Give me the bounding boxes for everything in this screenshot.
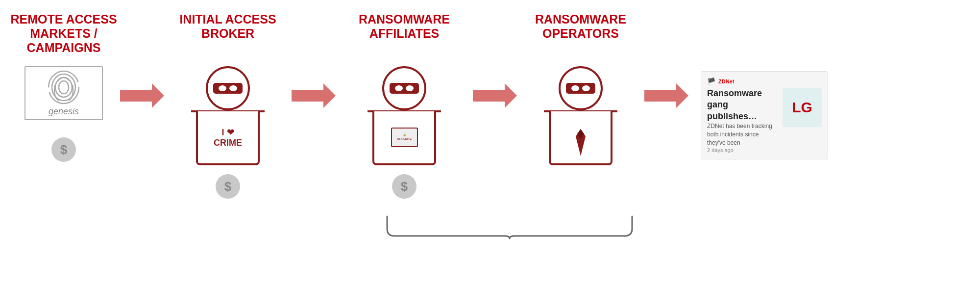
zdnet-flag-icon: 🏴 xyxy=(707,78,715,85)
shirt-affiliates: 🔒 AFFILIATE xyxy=(372,111,436,165)
lg-logo-text: LG xyxy=(792,99,812,116)
svg-marker-9 xyxy=(644,83,688,108)
svg-marker-6 xyxy=(473,83,517,108)
hacker-operators xyxy=(544,66,617,165)
dollar-iab: $ xyxy=(216,174,240,199)
shirt-iab: I ❤ CRIME xyxy=(196,111,260,165)
arrow-4 xyxy=(642,81,691,110)
eye-left-iab xyxy=(219,85,226,91)
svg-point-3 xyxy=(49,71,79,104)
arrow-1 xyxy=(118,81,167,110)
mask-affiliates xyxy=(390,83,419,94)
crime-line: CRIME xyxy=(214,138,242,148)
news-date: 2 days ago xyxy=(707,147,778,153)
eye-right-iab xyxy=(229,85,237,91)
news-header: 🏴 ZDNet xyxy=(707,78,822,85)
dollar-remote: $ xyxy=(51,137,76,162)
news-text-area: Ransomware gang publishes… ZDNet has bee… xyxy=(707,88,778,153)
eye-left-ops xyxy=(571,85,579,91)
news-title: Ransomware gang publishes… xyxy=(707,88,778,122)
genesis-label: genesis xyxy=(49,106,79,117)
news-body: ZDNet has been tracking both incidents s… xyxy=(707,122,778,147)
news-card: 🏴 ZDNet Ransomware gang publishes… ZDNet… xyxy=(701,71,828,159)
mask-iab xyxy=(213,83,243,94)
mask-operators xyxy=(566,83,595,94)
news-content-row: Ransomware gang publishes… ZDNet has bee… xyxy=(707,88,822,153)
genesis-logo-box: genesis xyxy=(24,66,103,120)
head-operators xyxy=(559,66,603,110)
i-love-line: I ❤ xyxy=(221,127,234,138)
section-iab: INITIAL ACCESSBROKER I ❤ CRIME $ xyxy=(167,10,289,199)
section-operators: RANSOMWAREOPERATORS xyxy=(519,10,642,199)
arrow-icon-2 xyxy=(292,81,336,110)
section-remote: REMOTE ACCESSMARKETS /CAMPAIGNS genesis … xyxy=(10,10,118,162)
remote-title: REMOTE ACCESSMARKETS /CAMPAIGNS xyxy=(10,10,117,61)
eye-right-aff xyxy=(406,85,414,91)
brace-svg xyxy=(377,209,642,243)
svg-point-0 xyxy=(59,81,69,94)
lg-logo-box: LG xyxy=(783,88,822,127)
head-iab xyxy=(206,66,250,110)
dollar-affiliates: $ xyxy=(392,174,416,199)
operators-title: RANSOMWAREOPERATORS xyxy=(535,10,626,61)
svg-marker-5 xyxy=(292,83,336,108)
affiliates-title: RANSOMWAREAFFILIATES xyxy=(359,10,450,61)
arrow-3 xyxy=(470,81,519,110)
shirt-text-iab: I ❤ CRIME xyxy=(214,127,242,148)
hacker-affiliates: 🔒 AFFILIATE xyxy=(368,66,441,165)
svg-marker-4 xyxy=(120,83,164,108)
fingerprint-icon xyxy=(44,70,83,104)
eye-left-aff xyxy=(395,85,403,91)
eye-right-ops xyxy=(582,85,590,91)
head-affiliates xyxy=(382,66,426,110)
arrow-icon-3 xyxy=(473,81,517,110)
section-news: 🏴 ZDNet Ransomware gang publishes… ZDNet… xyxy=(691,10,838,159)
diagram: REMOTE ACCESSMARKETS /CAMPAIGNS genesis … xyxy=(0,0,980,285)
iab-title: INITIAL ACCESSBROKER xyxy=(179,10,276,61)
zdnet-source: ZDNet xyxy=(718,78,734,84)
arrow-2 xyxy=(289,81,338,110)
arrow-icon-4 xyxy=(644,81,688,110)
affiliate-badge: 🔒 AFFILIATE xyxy=(391,128,418,147)
arrow-icon-1 xyxy=(120,81,164,110)
shirt-operators xyxy=(549,111,612,165)
section-affiliates: RANSOMWAREAFFILIATES 🔒 AFFILIATE xyxy=(338,10,470,199)
hacker-iab: I ❤ CRIME xyxy=(191,66,265,165)
tie-icon xyxy=(573,129,588,156)
